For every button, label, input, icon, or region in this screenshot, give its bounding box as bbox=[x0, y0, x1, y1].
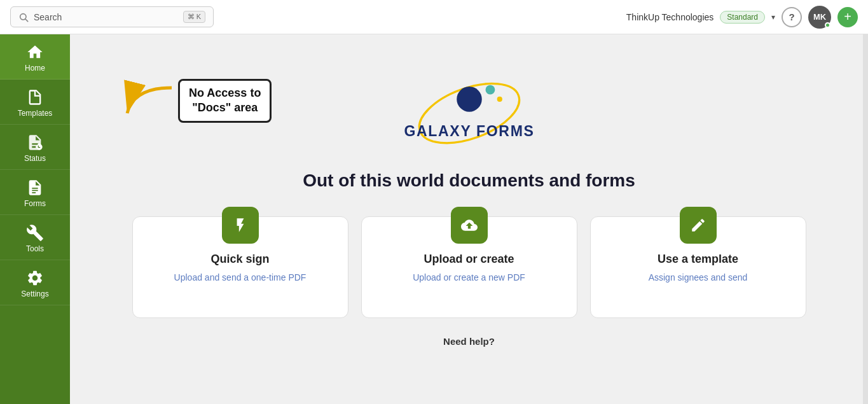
annotation-arrow bbox=[121, 81, 178, 120]
quick-sign-card[interactable]: Quick sign Upload and send a one-time PD… bbox=[132, 216, 348, 318]
upload-create-icon-button[interactable] bbox=[451, 207, 488, 244]
annotation: No Access to "Docs" area bbox=[121, 79, 272, 123]
plan-badge[interactable]: Standard bbox=[720, 11, 765, 24]
search-shortcut: ⌘ K bbox=[183, 11, 205, 23]
sidebar-settings-label: Settings bbox=[21, 289, 48, 298]
sidebar-home-label: Home bbox=[25, 64, 45, 73]
cards-row: Quick sign Upload and send a one-time PD… bbox=[120, 216, 819, 318]
main-layout: Home Templates Status Forms bbox=[0, 34, 868, 404]
add-button[interactable]: + bbox=[837, 7, 858, 27]
sidebar-item-forms[interactable]: Forms bbox=[0, 170, 70, 215]
svg-line-1 bbox=[25, 19, 28, 22]
sidebar-status-label: Status bbox=[24, 154, 46, 163]
sidebar-item-tools[interactable]: Tools bbox=[0, 215, 70, 260]
use-template-icon-button[interactable] bbox=[680, 207, 717, 244]
pencil-icon bbox=[690, 217, 706, 233]
svg-text:GALAXY FORMS: GALAXY FORMS bbox=[404, 123, 534, 139]
logo-area: GALAXY FORMS bbox=[380, 66, 558, 155]
quick-sign-title: Quick sign bbox=[210, 253, 269, 266]
status-icon bbox=[26, 134, 44, 151]
quick-sign-subtitle: Upload and send a one-time PDF bbox=[174, 272, 307, 282]
upload-create-title: Upload or create bbox=[424, 253, 514, 266]
home-icon bbox=[26, 43, 44, 61]
chevron-down-icon[interactable]: ▾ bbox=[771, 13, 775, 22]
svg-point-6 bbox=[485, 85, 495, 95]
svg-point-7 bbox=[497, 97, 502, 102]
use-template-title: Use a template bbox=[658, 253, 738, 266]
quick-sign-icon-button[interactable] bbox=[222, 207, 259, 244]
content-area: No Access to "Docs" area GALAXY FORMS Ou… bbox=[70, 34, 868, 404]
avatar[interactable]: MK bbox=[808, 6, 831, 29]
sidebar-item-templates[interactable]: Templates bbox=[0, 80, 70, 125]
sidebar-tools-label: Tools bbox=[26, 244, 44, 253]
search-icon bbox=[18, 12, 29, 22]
avatar-online-dot bbox=[825, 22, 830, 28]
galaxy-forms-logo: GALAXY FORMS bbox=[380, 66, 558, 155]
forms-icon bbox=[26, 179, 44, 197]
sidebar-forms-label: Forms bbox=[24, 199, 46, 208]
templates-icon bbox=[26, 88, 44, 106]
add-icon: + bbox=[844, 10, 851, 24]
need-help-text[interactable]: Need help? bbox=[443, 336, 495, 347]
search-box[interactable]: Search ⌘ K bbox=[10, 6, 214, 27]
svg-point-4 bbox=[411, 72, 527, 155]
sidebar-item-settings[interactable]: Settings bbox=[0, 260, 70, 305]
tagline: Out of this world documents and forms bbox=[303, 171, 635, 191]
help-button[interactable]: ? bbox=[782, 7, 802, 27]
help-icon: ? bbox=[789, 11, 794, 22]
topbar-right: ThinkUp Technologies Standard ▾ ? MK + bbox=[626, 6, 858, 29]
use-template-card[interactable]: Use a template Assign signees and send bbox=[590, 216, 806, 318]
sidebar: Home Templates Status Forms bbox=[0, 34, 70, 404]
sidebar-item-home[interactable]: Home bbox=[0, 34, 70, 80]
sidebar-templates-label: Templates bbox=[18, 109, 53, 118]
scroll-indicator[interactable] bbox=[863, 34, 868, 404]
tools-icon bbox=[26, 224, 44, 242]
org-name: ThinkUp Technologies bbox=[626, 12, 714, 22]
upload-create-card[interactable]: Upload or create Upload or create a new … bbox=[361, 216, 577, 318]
topbar: Search ⌘ K ThinkUp Technologies Standard… bbox=[0, 0, 868, 34]
settings-icon bbox=[26, 269, 44, 287]
sidebar-item-status[interactable]: Status bbox=[0, 125, 70, 170]
annotation-text: No Access to "Docs" area bbox=[178, 79, 272, 123]
lightning-icon bbox=[232, 217, 249, 233]
svg-point-5 bbox=[457, 87, 482, 112]
cloud-upload-icon bbox=[461, 217, 478, 233]
upload-create-subtitle: Upload or create a new PDF bbox=[413, 272, 525, 282]
search-label: Search bbox=[34, 12, 62, 22]
use-template-subtitle: Assign signees and send bbox=[649, 272, 748, 282]
avatar-initials: MK bbox=[813, 12, 826, 22]
